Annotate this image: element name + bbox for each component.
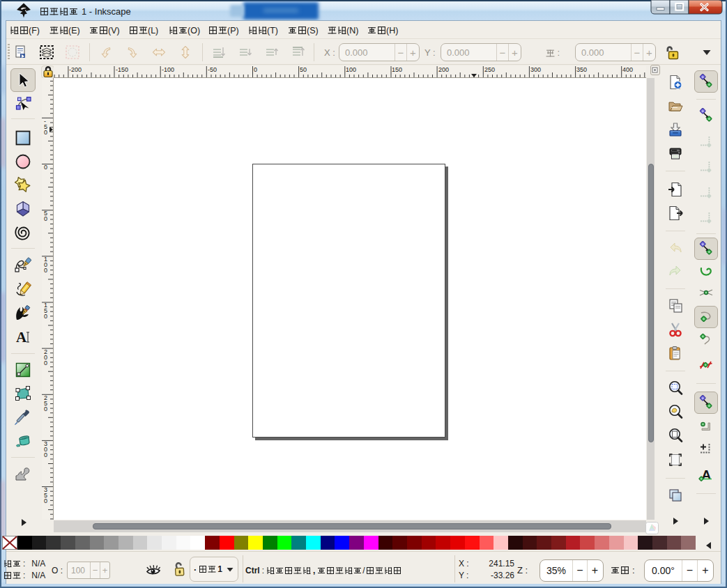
svg-text:0: 0 — [44, 129, 47, 136]
svg-text:50: 50 — [300, 66, 307, 73]
svg-text:0: 0 — [44, 313, 47, 320]
svg-text:250: 250 — [484, 66, 495, 73]
svg-text:0: 0 — [44, 497, 47, 504]
svg-text:0: 0 — [44, 164, 47, 171]
svg-text:100: 100 — [346, 66, 356, 73]
svg-text:-150: -150 — [116, 66, 128, 73]
svg-text:0: 0 — [44, 451, 47, 458]
svg-text:350: 350 — [576, 66, 587, 73]
svg-text:A: A — [702, 467, 712, 482]
svg-text:-100: -100 — [162, 66, 174, 73]
svg-text:-50: -50 — [208, 66, 217, 73]
svg-text:200: 200 — [438, 66, 449, 73]
svg-text:0: 0 — [44, 267, 47, 274]
svg-text:0: 0 — [44, 359, 47, 366]
svg-text:300: 300 — [530, 66, 541, 73]
svg-text:A: A — [16, 329, 27, 346]
svg-text:150: 150 — [392, 66, 402, 73]
svg-text:0: 0 — [254, 66, 257, 73]
svg-text:0: 0 — [44, 215, 47, 222]
svg-text:400: 400 — [622, 66, 633, 73]
svg-text:0: 0 — [44, 405, 47, 412]
svg-text:-200: -200 — [69, 66, 82, 73]
